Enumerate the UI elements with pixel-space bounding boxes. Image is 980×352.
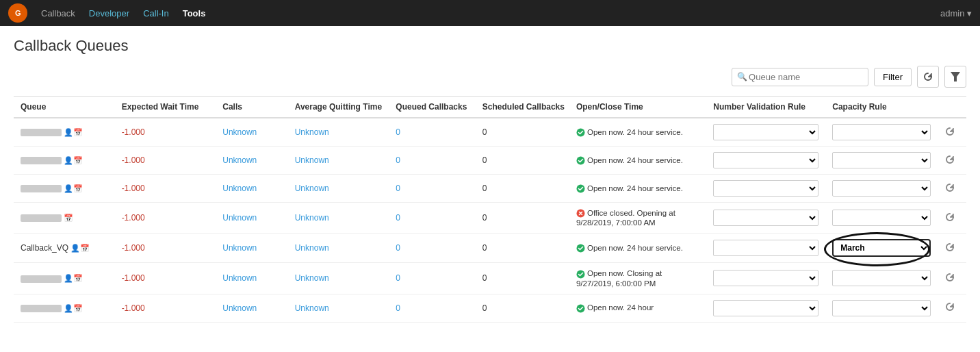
row-refresh-button[interactable] [944, 242, 955, 255]
queue-label-blurred [21, 214, 62, 222]
cell-ewt: -1.000 [115, 203, 216, 234]
table-row: 👤📅-1.000UnknownUnknown00Open now. 24 hou… [14, 175, 966, 203]
filter-funnel-button[interactable] [944, 66, 966, 88]
row-refresh-button[interactable] [944, 212, 955, 225]
cr-select[interactable] [832, 210, 930, 226]
toolbar: 🔍 Filter [14, 66, 966, 88]
queue-icons: 👤📅 [64, 184, 83, 192]
queue-icons: 👤📅 [64, 156, 83, 164]
page-title: Callback Queues [14, 37, 966, 55]
nvr-select[interactable] [713, 300, 818, 316]
cell-calls: Unknown [216, 263, 287, 294]
cell-nvr [706, 118, 825, 147]
cell-queued-callbacks: 0 [389, 203, 476, 234]
cell-scheduled-callbacks: 0 [476, 234, 569, 263]
cr-select[interactable] [832, 152, 930, 168]
col-cr: Capacity Rule [825, 97, 937, 118]
search-input[interactable] [732, 68, 868, 86]
cell-calls: Unknown [216, 175, 287, 203]
open-status-icon [576, 303, 587, 312]
cell-queue-name: 👤📅 [14, 118, 115, 147]
cell-open-close-time: Open now. 24 hour service. [569, 234, 706, 263]
cell-calls: Unknown [216, 234, 287, 263]
table-row: 👤📅-1.000UnknownUnknown00Open now. 24 hou… [14, 147, 966, 175]
refresh-icon-button[interactable] [917, 66, 939, 88]
col-calls: Calls [216, 97, 287, 118]
cell-queued-callbacks: 0 [389, 118, 476, 147]
nav-admin[interactable]: admin ▾ [940, 8, 972, 18]
nvr-select[interactable] [713, 124, 818, 140]
cell-ewt: -1.000 [115, 263, 216, 294]
nvr-select[interactable] [713, 240, 818, 256]
cell-queue-name: 👤📅 [14, 263, 115, 294]
cell-open-close-time: Open now. 24 hour service. [569, 175, 706, 203]
cell-nvr [706, 147, 825, 175]
nvr-select[interactable] [713, 180, 818, 197]
cell-calls: Unknown [216, 118, 287, 147]
row-refresh-button[interactable] [944, 126, 955, 139]
open-status-icon [576, 155, 587, 165]
cell-refresh [938, 203, 966, 234]
cell-scheduled-callbacks: 0 [476, 263, 569, 294]
cell-scheduled-callbacks: 0 [476, 203, 569, 234]
row-refresh-button[interactable] [944, 154, 955, 167]
cr-select-highlighted[interactable]: March [832, 239, 930, 257]
col-sc: Scheduled Callbacks [476, 97, 569, 118]
col-queue: Queue [14, 97, 115, 118]
col-refresh-action [938, 97, 966, 118]
row-refresh-button[interactable] [944, 182, 955, 195]
cell-cr [825, 294, 937, 322]
nav-developer[interactable]: Developer [89, 8, 129, 18]
cell-queue-name: 👤📅 [14, 294, 115, 322]
open-close-text: Open now. 24 hour service. [587, 184, 683, 192]
queue-icons: 👤📅 [64, 304, 83, 312]
cr-select[interactable] [832, 300, 930, 316]
nvr-select[interactable] [713, 210, 818, 226]
col-nvr: Number Validation Rule [706, 97, 825, 118]
table-wrapper: Queue Expected Wait Time Calls Average Q… [14, 96, 966, 323]
cell-cr [825, 175, 937, 203]
cell-queue-name: 📅 [14, 203, 115, 234]
row-refresh-button[interactable] [944, 301, 955, 314]
table-row: Callback_VQ 👤📅-1.000UnknownUnknown00Open… [14, 234, 966, 263]
svg-marker-2 [951, 72, 960, 81]
cell-queue-name: 👤📅 [14, 147, 115, 175]
cell-ewt: -1.000 [115, 118, 216, 147]
nav-callback[interactable]: Callback [41, 8, 75, 18]
cr-select[interactable] [832, 270, 930, 286]
queue-label-blurred [21, 275, 62, 283]
cell-ewt: -1.000 [115, 234, 216, 263]
nav-callin[interactable]: Call-In [143, 8, 169, 18]
queue-icons: 👤📅 [64, 274, 83, 282]
cell-cr: March [825, 234, 937, 263]
cell-refresh [938, 175, 966, 203]
cr-select[interactable] [832, 124, 930, 140]
cell-scheduled-callbacks: 0 [476, 147, 569, 175]
nvr-select[interactable] [713, 270, 818, 286]
queue-icons: 👤📅 [70, 244, 90, 252]
col-oct: Open/Close Time [569, 97, 706, 118]
filter-button[interactable]: Filter [874, 68, 912, 86]
open-status-icon [576, 243, 587, 253]
queue-label-blurred [21, 129, 62, 136]
cell-nvr [706, 175, 825, 203]
cell-aqt: Unknown [288, 118, 389, 147]
row-refresh-button[interactable] [944, 272, 955, 285]
page-content: Callback Queues 🔍 Filter Queue Expected [0, 26, 980, 334]
queue-label-blurred [21, 157, 62, 164]
cell-open-close-time: Open now. 24 hour [569, 294, 706, 322]
nvr-select[interactable] [713, 152, 818, 168]
cell-scheduled-callbacks: 0 [476, 294, 569, 322]
search-wrapper: 🔍 [732, 68, 868, 86]
nav-tools[interactable]: Tools [183, 8, 206, 18]
cell-aqt: Unknown [288, 263, 389, 294]
cell-queued-callbacks: 0 [389, 175, 476, 203]
cr-select[interactable] [832, 180, 930, 197]
cell-cr [825, 147, 937, 175]
cell-queued-callbacks: 0 [389, 294, 476, 322]
closed-status-icon [576, 208, 587, 218]
cell-calls: Unknown [216, 294, 287, 322]
open-status-icon [576, 127, 587, 137]
open-close-text: Open now. 24 hour [587, 303, 654, 312]
table-row: 👤📅-1.000UnknownUnknown00Open now. 24 hou… [14, 118, 966, 147]
